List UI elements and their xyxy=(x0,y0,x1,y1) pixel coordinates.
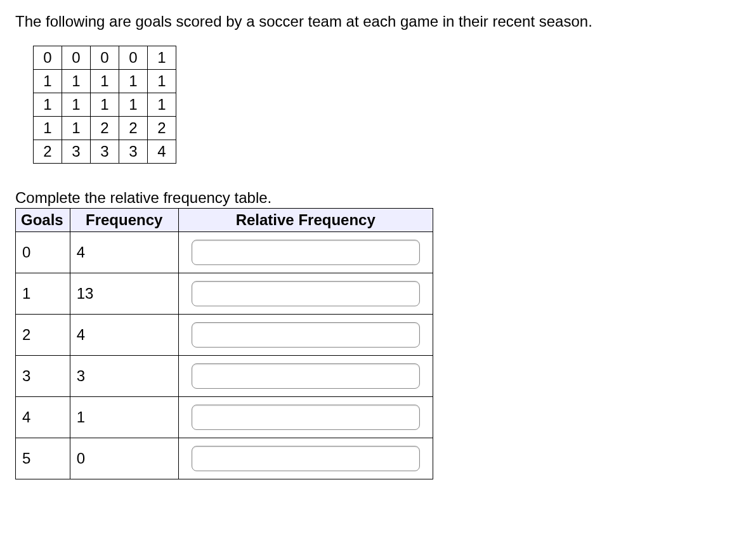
data-grid-cell: 2 xyxy=(148,117,176,140)
frequency-cell: 3 xyxy=(70,356,178,397)
data-grid-cell: 2 xyxy=(119,117,148,140)
data-grid-cell: 3 xyxy=(62,140,91,164)
data-grid-cell: 3 xyxy=(119,140,148,164)
data-grid-cell: 1 xyxy=(62,70,91,93)
header-relative-frequency: Relative Frequency xyxy=(178,209,433,232)
goals-cell: 3 xyxy=(16,356,70,397)
frequency-cell: 4 xyxy=(70,232,178,273)
data-grid-cell: 1 xyxy=(148,46,176,70)
data-grid-cell: 0 xyxy=(91,46,119,70)
relative-frequency-input[interactable] xyxy=(192,446,420,471)
data-grid-cell: 2 xyxy=(91,117,119,140)
goals-cell: 1 xyxy=(16,273,70,315)
data-grid-cell: 1 xyxy=(119,70,148,93)
instruction-text: Complete the relative frequency table. xyxy=(15,189,717,207)
data-grid-cell: 1 xyxy=(62,93,91,117)
frequency-table: Goals Frequency Relative Frequency 04113… xyxy=(15,208,433,479)
frequency-cell: 4 xyxy=(70,315,178,356)
relative-frequency-input[interactable] xyxy=(192,322,420,348)
relative-frequency-input[interactable] xyxy=(192,405,420,430)
table-row: 04 xyxy=(16,232,433,273)
data-grid-cell: 1 xyxy=(91,70,119,93)
table-row: 24 xyxy=(16,315,433,356)
data-grid-cell: 0 xyxy=(119,46,148,70)
table-row: 50 xyxy=(16,438,433,479)
data-grid-cell: 1 xyxy=(91,93,119,117)
goals-cell: 5 xyxy=(16,438,70,479)
data-grid-cell: 1 xyxy=(34,117,62,140)
goals-cell: 2 xyxy=(16,315,70,356)
relative-frequency-cell xyxy=(178,438,433,479)
frequency-cell: 0 xyxy=(70,438,178,479)
table-row: 41 xyxy=(16,397,433,438)
table-row: 113 xyxy=(16,273,433,315)
goals-cell: 0 xyxy=(16,232,70,273)
data-grid-cell: 1 xyxy=(34,70,62,93)
relative-frequency-cell xyxy=(178,273,433,315)
relative-frequency-input[interactable] xyxy=(192,240,420,265)
frequency-cell: 13 xyxy=(70,273,178,315)
data-grid-cell: 0 xyxy=(62,46,91,70)
frequency-cell: 1 xyxy=(70,397,178,438)
data-grid: 0000111111111111122223334 xyxy=(33,46,176,164)
data-grid-cell: 0 xyxy=(34,46,62,70)
relative-frequency-input[interactable] xyxy=(192,281,420,306)
data-grid-cell: 1 xyxy=(34,93,62,117)
data-grid-cell: 1 xyxy=(148,93,176,117)
relative-frequency-cell xyxy=(178,356,433,397)
data-grid-cell: 1 xyxy=(148,70,176,93)
data-grid-cell: 1 xyxy=(62,117,91,140)
relative-frequency-input[interactable] xyxy=(192,363,420,389)
data-grid-cell: 2 xyxy=(34,140,62,164)
data-grid-cell: 4 xyxy=(148,140,176,164)
goals-cell: 4 xyxy=(16,397,70,438)
relative-frequency-cell xyxy=(178,397,433,438)
relative-frequency-cell xyxy=(178,232,433,273)
relative-frequency-cell xyxy=(178,315,433,356)
header-frequency: Frequency xyxy=(70,209,178,232)
data-grid-cell: 1 xyxy=(119,93,148,117)
table-row: 33 xyxy=(16,356,433,397)
header-goals: Goals xyxy=(16,209,70,232)
data-grid-cell: 3 xyxy=(91,140,119,164)
intro-text: The following are goals scored by a socc… xyxy=(15,13,717,30)
